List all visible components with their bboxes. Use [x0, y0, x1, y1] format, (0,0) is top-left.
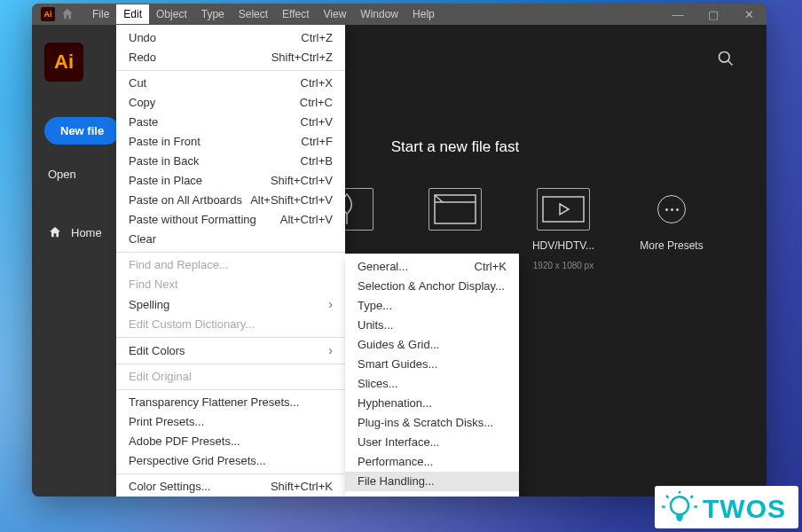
app-icon: Ai [41, 7, 55, 21]
edit-menu-item[interactable]: Color Settings...Shift+Ctrl+K [116, 477, 345, 497]
preferences-submenu: General...Ctrl+KSelection & Anchor Displ… [345, 254, 519, 497]
prefs-menu-item[interactable]: Guides & Grid... [345, 335, 519, 355]
play-icon [542, 196, 585, 223]
watermark: TWOS [655, 486, 798, 528]
edit-menu-item[interactable]: Paste in PlaceShift+Ctrl+V [116, 171, 345, 191]
menu-type[interactable]: Type [194, 4, 232, 24]
prefs-menu-item[interactable]: General...Ctrl+K [345, 257, 519, 277]
edit-menu-item[interactable]: Clear [116, 230, 345, 249]
prefs-menu-item[interactable]: Units... [345, 316, 519, 335]
menu-effect[interactable]: Effect [275, 4, 316, 24]
lightbulb-icon [662, 489, 697, 528]
svg-point-8 [671, 497, 688, 514]
preset-item[interactable]: HDV/HDTV... 1920 x 1080 px [525, 188, 602, 270]
menu-view[interactable]: View [317, 4, 354, 24]
edit-menu-item: Find Next [116, 275, 345, 294]
preset-name: More Presets [633, 239, 710, 252]
menu-help[interactable]: Help [405, 4, 442, 24]
svg-rect-3 [435, 195, 476, 223]
menu-select[interactable]: Select [232, 4, 275, 24]
svg-marker-7 [560, 204, 569, 215]
edit-menu-item[interactable]: Paste in BackCtrl+B [116, 152, 345, 171]
sidebar-home-label: Home [71, 226, 102, 239]
edit-menu-item[interactable]: Print Presets... [116, 412, 345, 432]
prefs-menu-item[interactable]: Clipboard Handling... [345, 491, 519, 497]
app-window: Ai File Edit Object Type Select Effect V… [32, 4, 767, 497]
minimize-button[interactable]: — [660, 8, 696, 21]
edit-menu-item[interactable]: Edit Colors [116, 340, 345, 361]
edit-menu-item[interactable]: Paste without FormattingAlt+Ctrl+V [116, 210, 345, 230]
edit-menu-item[interactable]: CopyCtrl+C [116, 93, 345, 113]
edit-menu-item[interactable]: Transparency Flattener Presets... [116, 393, 345, 412]
menu-edit[interactable]: Edit [116, 4, 149, 24]
illustrator-logo: Ai [44, 43, 83, 82]
prefs-menu-item[interactable]: Performance... [345, 452, 519, 472]
edit-menu-item: Edit Custom Dictionary... [116, 315, 345, 334]
edit-menu-item[interactable]: Perspective Grid Presets... [116, 451, 345, 471]
close-button[interactable]: ✕ [731, 8, 767, 21]
home-icon[interactable] [60, 7, 75, 21]
svg-line-11 [691, 496, 694, 498]
window-icon [434, 194, 476, 224]
titlebar: Ai File Edit Object Type Select Effect V… [32, 4, 767, 25]
home-icon [48, 225, 62, 239]
prefs-menu-item[interactable]: Hyphenation... [345, 394, 519, 413]
edit-menu-item[interactable]: Paste on All ArtboardsAlt+Shift+Ctrl+V [116, 191, 345, 210]
more-icon [657, 195, 686, 223]
edit-menu-item[interactable]: Spelling [116, 294, 345, 315]
edit-menu-item[interactable]: PasteCtrl+V [116, 113, 345, 132]
prefs-menu-item[interactable]: File Handling... [345, 472, 519, 491]
prefs-menu-item[interactable]: Smart Guides... [345, 355, 519, 374]
watermark-text: TWOS [703, 494, 786, 524]
svg-line-10 [666, 496, 669, 498]
menu-object[interactable]: Object [149, 4, 194, 24]
preset-more[interactable]: More Presets [633, 188, 710, 270]
menu-bar: File Edit Object Type Select Effect View… [85, 4, 442, 24]
menu-window[interactable]: Window [353, 4, 405, 24]
menu-file[interactable]: File [85, 4, 116, 24]
svg-point-0 [719, 52, 730, 63]
new-file-button[interactable]: New file [44, 117, 120, 145]
edit-menu-item[interactable]: RedoShift+Ctrl+Z [116, 48, 345, 67]
svg-rect-6 [543, 197, 584, 222]
edit-menu-item[interactable]: CutCtrl+X [116, 74, 345, 93]
prefs-menu-item[interactable]: Selection & Anchor Display... [345, 277, 519, 296]
svg-line-1 [728, 61, 733, 66]
prefs-menu-item[interactable]: Plug-ins & Scratch Disks... [345, 413, 519, 433]
edit-menu-item[interactable]: UndoCtrl+Z [116, 28, 345, 48]
prefs-menu-item[interactable]: Type... [345, 296, 519, 316]
prefs-menu-item[interactable]: User Interface... [345, 433, 519, 452]
edit-menu-item: Edit Original [116, 367, 345, 387]
maximize-button[interactable]: ▢ [696, 8, 731, 21]
preset-name: HDV/HDTV... [525, 239, 602, 252]
preset-sub: 1920 x 1080 px [533, 261, 594, 270]
prefs-menu-item[interactable]: Slices... [345, 374, 519, 394]
edit-menu-item: Find and Replace... [116, 255, 345, 275]
edit-menu: UndoCtrl+ZRedoShift+Ctrl+ZCutCtrl+XCopyC… [116, 25, 345, 497]
edit-menu-item[interactable]: Paste in FrontCtrl+F [116, 132, 345, 152]
svg-line-5 [435, 195, 443, 202]
edit-menu-item[interactable]: Adobe PDF Presets... [116, 432, 345, 451]
search-icon[interactable] [717, 50, 735, 67]
